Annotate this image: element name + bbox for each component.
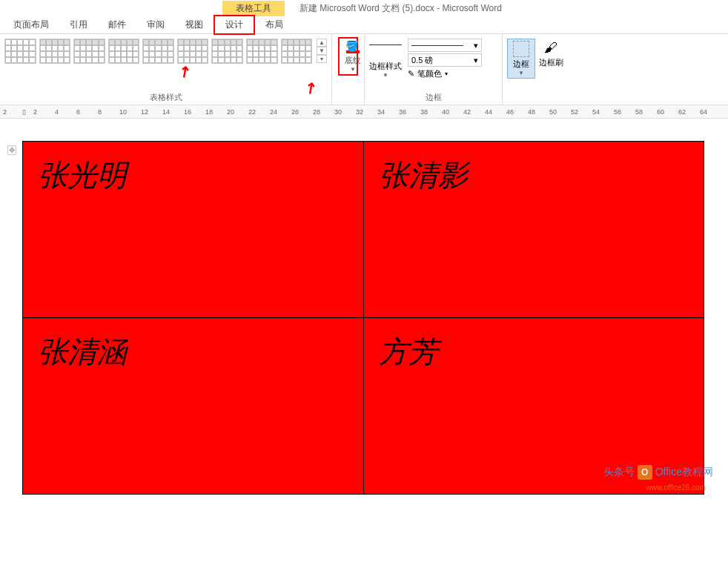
group-shading: 🪣 底纹 ▼ <box>332 34 365 105</box>
title-bar: 表格工具 新建 Microsoft Word 文档 (5).docx - Mic… <box>0 0 728 16</box>
document-title: 新建 Microsoft Word 文档 (5).docx - Microsof… <box>300 2 502 15</box>
pen-icon: ✎ <box>408 69 414 79</box>
gallery-down-icon[interactable]: ▼ <box>317 47 327 55</box>
group-label-table-styles: 表格样式 <box>0 92 331 103</box>
table-cell[interactable]: 张清涵 <box>23 318 364 495</box>
table-style-5[interactable] <box>177 39 209 64</box>
tab-view[interactable]: 视图 <box>175 16 214 33</box>
pen-color-button[interactable]: ✎ 笔颜色 ▾ <box>408 68 482 79</box>
table-style-1[interactable] <box>39 39 71 64</box>
chevron-down-icon: ▼ <box>518 70 524 76</box>
table-style-plain[interactable] <box>4 39 36 64</box>
paint-bucket-icon: 🪣 <box>345 40 358 52</box>
tab-page-layout[interactable]: 页面布局 <box>3 16 59 33</box>
watermark: 头条号 O Office教程网 <box>603 465 713 480</box>
group-table-styles: ▲ ▼ ▾ ↗ ↗ 表格样式 <box>0 34 332 105</box>
table-cell[interactable]: 张光明 <box>23 142 364 318</box>
table-style-7[interactable] <box>246 39 278 64</box>
ribbon: ▲ ▼ ▾ ↗ ↗ 表格样式 🪣 底纹 ▼ 边框样式 <box>0 34 728 105</box>
borders-icon <box>513 41 529 57</box>
group-border-style: 边框样式 ▼ ▾ 0.5 磅▾ ✎ 笔颜色 ▾ 边框 <box>365 34 503 105</box>
tab-layout[interactable]: 布局 <box>255 16 294 33</box>
border-style-label: 边框样式 <box>369 61 402 72</box>
shading-button[interactable]: 🪣 底纹 ▼ <box>341 40 365 73</box>
group-border-buttons: 边框 ▼ 🖌 边框刷 <box>503 34 569 105</box>
tab-mailings[interactable]: 邮件 <box>98 16 136 33</box>
table-styles-gallery: ▲ ▼ ▾ <box>4 36 327 64</box>
border-style-sample[interactable] <box>369 44 402 56</box>
table-style-4[interactable] <box>142 39 174 64</box>
tab-design[interactable]: 设计 <box>214 15 255 35</box>
chevron-down-icon[interactable]: ▼ <box>350 66 356 73</box>
shading-label: 底纹 <box>345 55 361 66</box>
table-style-6[interactable] <box>211 39 243 64</box>
table-style-2[interactable] <box>73 39 105 64</box>
watermark-url: www.office26.com <box>646 483 706 492</box>
border-painter-button[interactable]: 🖌 边框刷 <box>537 39 565 79</box>
group-label-borders: 边框 <box>365 92 502 103</box>
chevron-down-icon[interactable]: ▼ <box>383 72 388 79</box>
table-row: 张清涵 方芳 <box>23 318 704 495</box>
word-table[interactable]: 张光明 张清影 张清涵 方芳 <box>22 141 704 495</box>
office-badge-icon: O <box>638 465 652 480</box>
table-style-3[interactable] <box>108 39 140 64</box>
table-row: 张光明 张清影 <box>23 142 704 318</box>
table-anchor-icon[interactable]: ✥ <box>7 145 16 155</box>
tab-references[interactable]: 引用 <box>59 16 98 33</box>
context-tab-table-tools[interactable]: 表格工具 <box>222 1 285 16</box>
borders-button[interactable]: 边框 ▼ <box>507 39 535 79</box>
table-style-8[interactable] <box>281 39 313 64</box>
brush-icon: 🖌 <box>544 40 557 56</box>
tab-review[interactable]: 审阅 <box>136 16 175 33</box>
ribbon-tab-strip: 页面布局 引用 邮件 审阅 视图 设计 布局 <box>0 16 728 34</box>
horizontal-ruler[interactable]: 2 ▯ 2 4 6 8 10 12 14 16 18 20 22 24 26 2… <box>0 105 728 119</box>
border-line-style-dropdown[interactable]: ▾ <box>408 39 482 52</box>
gallery-more-icon[interactable]: ▾ <box>317 55 327 63</box>
document-canvas[interactable]: ✥ 张光明 张清影 张清涵 方芳 头条号 O Office教程网 www.off… <box>0 119 728 495</box>
table-cell[interactable]: 张清影 <box>363 142 704 318</box>
border-weight-dropdown[interactable]: 0.5 磅▾ <box>408 53 482 67</box>
gallery-up-icon[interactable]: ▲ <box>317 39 327 47</box>
